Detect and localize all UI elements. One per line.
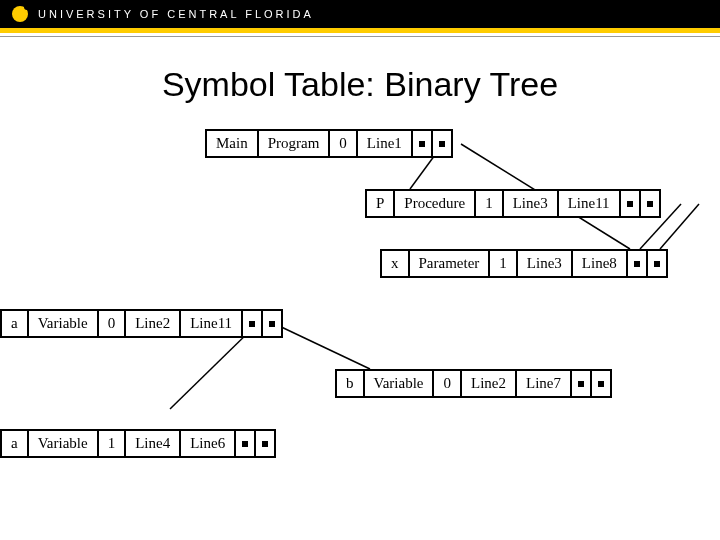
cell-decl: Line1 [358,131,413,156]
node-b: b Variable 0 Line2 Line7 [335,369,612,398]
cell-scope: 1 [99,431,127,456]
dot-icon [439,141,445,147]
right-pointer [433,131,451,156]
university-name: UNIVERSITY OF CENTRAL FLORIDA [38,8,314,20]
node-main: Main Program 0 Line1 [205,129,453,158]
svg-line-3 [660,204,699,249]
dot-icon [627,201,633,207]
node-a1: a Variable 1 Line4 Line6 [0,429,276,458]
cell-scope: 0 [434,371,462,396]
right-pointer [641,191,659,216]
right-pointer [592,371,610,396]
dot-icon [598,381,604,387]
cell-scope: 1 [476,191,504,216]
node-p: P Procedure 1 Line3 Line11 [365,189,661,218]
cell-name: a [2,431,29,456]
cell-kind: Variable [29,311,99,336]
cell-kind: Parameter [410,251,491,276]
cell-name: a [2,311,29,336]
cell-use: Line11 [181,311,243,336]
cell-decl: Line2 [126,311,181,336]
dot-icon [269,321,275,327]
cell-scope: 1 [490,251,518,276]
cell-use: Line6 [181,431,236,456]
left-pointer [413,131,433,156]
node-x: x Parameter 1 Line3 Line8 [380,249,668,278]
cell-decl: Line3 [518,251,573,276]
node-a0: a Variable 0 Line2 Line11 [0,309,283,338]
ucf-logo-icon [12,6,28,22]
left-pointer [243,311,263,336]
cell-kind: Program [259,131,331,156]
cell-name: b [337,371,365,396]
cell-use: Line11 [559,191,621,216]
right-pointer [263,311,281,336]
header-bar: UNIVERSITY OF CENTRAL FLORIDA [0,0,720,28]
cell-name: P [367,191,395,216]
cell-use: Line7 [517,371,572,396]
dot-icon [634,261,640,267]
cell-scope: 0 [99,311,127,336]
left-pointer [621,191,641,216]
dot-icon [419,141,425,147]
cell-decl: Line4 [126,431,181,456]
cell-name: x [382,251,410,276]
cell-kind: Procedure [395,191,476,216]
dot-icon [654,261,660,267]
dot-icon [578,381,584,387]
dot-icon [249,321,255,327]
left-pointer [572,371,592,396]
left-pointer [236,431,256,456]
divider [0,36,720,37]
cell-decl: Line2 [462,371,517,396]
right-pointer [256,431,274,456]
cell-name: Main [207,131,259,156]
cell-scope: 0 [330,131,358,156]
dot-icon [242,441,248,447]
gold-stripe [0,28,720,33]
slide-title: Symbol Table: Binary Tree [0,65,720,104]
right-pointer [648,251,666,276]
cell-kind: Variable [365,371,435,396]
cell-kind: Variable [29,431,99,456]
cell-decl: Line3 [504,191,559,216]
cell-use: Line8 [573,251,628,276]
svg-line-5 [275,324,370,369]
dot-icon [262,441,268,447]
left-pointer [628,251,648,276]
dot-icon [647,201,653,207]
